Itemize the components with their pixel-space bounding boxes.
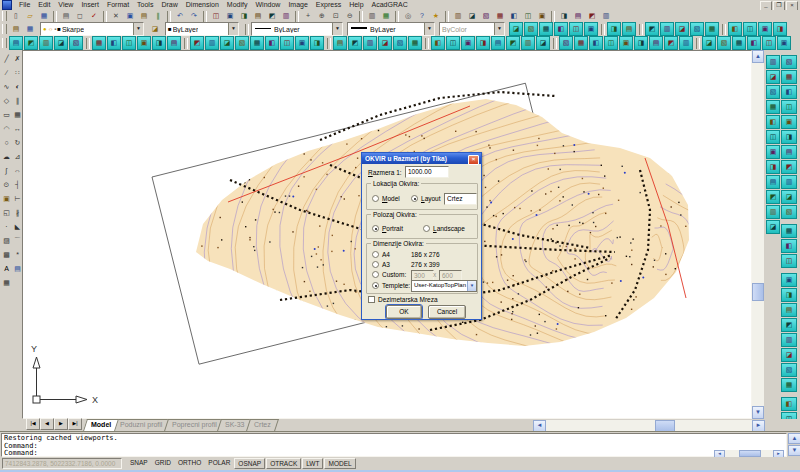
a4-radio[interactable] [372, 251, 379, 258]
paste-icon[interactable]: ▤ [137, 10, 151, 23]
grac-tool-icon[interactable]: ◩ [781, 318, 797, 332]
menu-tools[interactable]: Tools [133, 0, 157, 10]
dropdown-arrow-icon[interactable]: ▼ [332, 23, 342, 35]
custom-tool-icon[interactable]: ▦ [539, 22, 553, 36]
grac-tool-icon[interactable]: ◨ [781, 130, 797, 144]
grac-tool-icon[interactable]: ▣ [766, 145, 780, 159]
grac-tool-icon[interactable]: ◨ [781, 288, 797, 302]
grac-tool-icon[interactable]: ▥ [781, 175, 797, 189]
grac-tool-icon[interactable]: ◧ [781, 239, 797, 253]
grac-tool-icon[interactable]: ▣ [781, 115, 797, 129]
grac-tool-icon[interactable]: ◫ [781, 100, 797, 114]
tab-nav-icon[interactable]: ▶| [68, 418, 82, 430]
layout-radio[interactable] [411, 195, 418, 202]
grac-tool-icon[interactable]: ▧ [781, 205, 797, 219]
menu-file[interactable]: File [15, 0, 34, 10]
custom-tool-icon[interactable]: ◩ [645, 22, 659, 36]
custom-tool-icon[interactable]: ▦ [250, 36, 264, 50]
custom-tool-icon[interactable]: ◫ [280, 36, 294, 50]
custom-tool-icon[interactable]: ◪ [378, 36, 392, 50]
grac-tool-icon[interactable]: ▤ [781, 145, 797, 159]
canvas-horizontal-scrollbar[interactable]: ◄ ► [533, 420, 765, 431]
custom-tool-icon[interactable]: ▧ [69, 36, 83, 50]
layer-manager-icon[interactable]: ▤ [9, 23, 23, 36]
custom-tool-icon[interactable]: ▤ [9, 36, 23, 50]
command-history[interactable]: Restoring cached viewports.Command:Comma… [1, 433, 787, 457]
custom-tool-icon[interactable]: ◧ [728, 22, 742, 36]
custom-tool-icon[interactable]: ▦ [732, 36, 746, 50]
custom-tool-icon[interactable]: ▣ [461, 36, 475, 50]
tool-1-icon[interactable]: ◫ [209, 10, 223, 23]
dropdown-arrow-icon[interactable]: ▼ [228, 23, 238, 35]
a3-radio[interactable] [372, 261, 379, 268]
grac-7-icon[interactable]: ▣ [535, 10, 549, 23]
template-radio[interactable] [372, 282, 379, 289]
custom-tool-icon[interactable]: ◧ [747, 36, 761, 50]
copy-icon[interactable]: ▣ [123, 10, 137, 23]
linetype-combo[interactable]: ByLayer ▼ [251, 22, 343, 36]
custom-tool-icon[interactable]: ▤ [622, 22, 636, 36]
custom-tool-icon[interactable]: ▣ [137, 36, 151, 50]
zoom-realtime-icon[interactable]: ⊕ [315, 10, 329, 23]
express-tools-icon[interactable]: ★ [429, 10, 443, 23]
grac-tool-icon[interactable]: ▧ [781, 55, 797, 69]
layer-states-icon[interactable]: ▦ [23, 23, 37, 36]
toolbar-grip[interactable] [2, 24, 7, 34]
status-toggle-ortho[interactable]: ORTHO [175, 458, 204, 469]
grac-tool-icon[interactable]: ▦ [781, 224, 797, 238]
grac-6-icon[interactable]: ◫ [521, 10, 535, 23]
grac-tool-icon[interactable]: ◪ [766, 70, 780, 84]
tool-2-icon[interactable]: ▣ [223, 10, 237, 23]
tab-nav-icon[interactable]: |◀ [26, 418, 40, 430]
custom-tool-icon[interactable]: ◪ [536, 36, 550, 50]
grac-1-icon[interactable]: ▥ [451, 10, 465, 23]
custom-tool-icon[interactable]: ◩ [664, 36, 678, 50]
tab-model[interactable]: Model [83, 419, 119, 431]
menu-acadgrac[interactable]: AcadGRAC [368, 0, 412, 10]
grac-tool-icon[interactable]: ◧ [766, 115, 780, 129]
custom-tool-icon[interactable]: ▥ [39, 36, 53, 50]
custom-tool-icon[interactable]: ▤ [333, 36, 347, 50]
grac-tool-icon[interactable]: ▦ [766, 100, 780, 114]
custom-tool-icon[interactable]: ◫ [743, 22, 757, 36]
custom-tool-icon[interactable]: ◫ [122, 36, 136, 50]
menu-window[interactable]: Window [251, 0, 284, 10]
custom-tool-icon[interactable]: ◫ [762, 36, 776, 50]
tool-5-icon[interactable]: ◩ [265, 10, 279, 23]
scroll-up-icon[interactable]: ▲ [752, 50, 764, 63]
scrollbar-thumb[interactable] [739, 450, 761, 457]
grac-tool-icon[interactable]: ◧ [781, 397, 797, 411]
scroll-up-icon[interactable]: ▲ [788, 433, 800, 444]
custom-tool-icon[interactable]: ◩ [24, 36, 38, 50]
custom-tool-icon[interactable]: ◫ [446, 36, 460, 50]
custom-tool-icon[interactable]: ◫ [604, 36, 618, 50]
status-toggle-snap[interactable]: SNAP [127, 458, 151, 469]
custom-tool-icon[interactable]: ◨ [773, 22, 787, 36]
menu-draw[interactable]: Draw [157, 0, 181, 10]
custom-tool-icon[interactable]: ◧ [107, 36, 121, 50]
menu-view[interactable]: View [54, 0, 77, 10]
custom-tool-icon[interactable]: ◩ [506, 36, 520, 50]
cut-icon[interactable]: ✕ [109, 10, 123, 23]
grac-4-icon[interactable]: ▦ [493, 10, 507, 23]
custom-tool-icon[interactable]: ◪ [54, 36, 68, 50]
dezimetarska-mreza-checkbox[interactable] [368, 296, 375, 303]
match-properties-icon[interactable]: ∥ [151, 10, 165, 23]
spelling-icon[interactable]: ✓ [87, 10, 101, 23]
print-icon[interactable]: ▤ [59, 10, 73, 23]
grac-3-icon[interactable]: ▧ [479, 10, 493, 23]
custom-tool-icon[interactable]: ◪ [702, 36, 716, 50]
print-preview-icon[interactable]: ◻ [73, 10, 87, 23]
landscape-radio[interactable] [423, 225, 430, 232]
custom-tool-icon[interactable]: ▥ [205, 36, 219, 50]
dialog-title[interactable]: OKVIR u Razmeri (by Tika) [362, 153, 481, 164]
lock-4-icon[interactable]: ▥ [599, 10, 613, 23]
status-toggle-model[interactable]: MODEL [324, 458, 355, 469]
custom-tool-icon[interactable]: ◫ [569, 22, 583, 36]
custom-tool-icon[interactable]: ◨ [634, 36, 648, 50]
custom-tool-icon[interactable]: ▥ [363, 36, 377, 50]
grac-tool-icon[interactable]: ▧ [766, 85, 780, 99]
lineweight-combo[interactable]: ByLayer ▼ [347, 22, 435, 36]
custom-tool-icon[interactable]: ▧ [235, 36, 249, 50]
razmera-input[interactable]: 1000.00 [405, 166, 449, 178]
